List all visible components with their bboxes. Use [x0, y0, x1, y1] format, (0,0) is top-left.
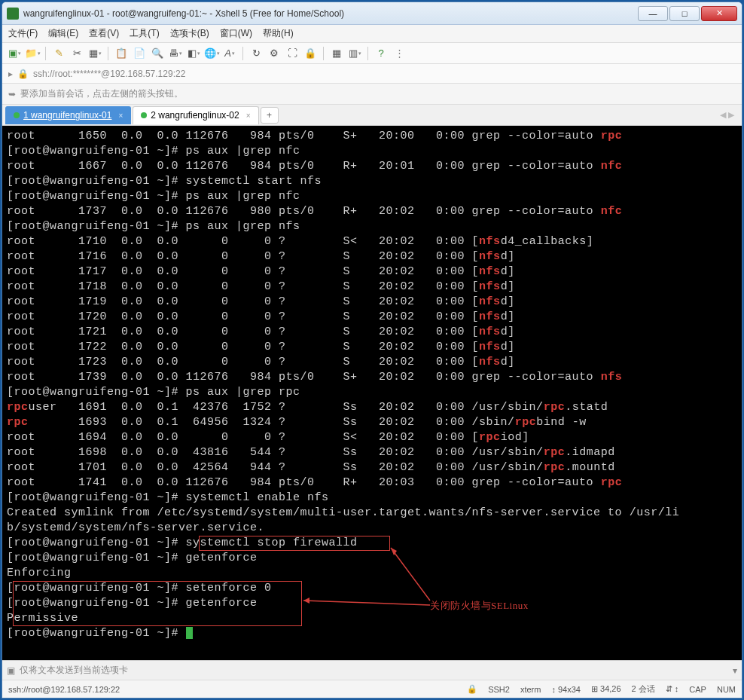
layout-button[interactable]: ▥ [347, 46, 362, 61]
refresh-button[interactable]: ↻ [249, 46, 264, 61]
log-button[interactable]: ◧ [186, 46, 201, 61]
close-button[interactable]: ✕ [701, 6, 737, 21]
font-button[interactable]: A [222, 46, 237, 61]
tab-nav-arrows[interactable]: ◀ ▶ [715, 110, 739, 120]
separator [323, 47, 324, 60]
titlebar: wangruifenglinux-01 - root@wangruifeng-0… [2, 2, 742, 25]
help-button[interactable]: ? [374, 46, 389, 61]
addressbar-toggle-icon[interactable]: ▸ [8, 69, 13, 79]
properties-button[interactable]: ▦ [87, 46, 102, 61]
terminal[interactable]: root 1650 0.0 0.0 112676 984 pts/0 S+ 20… [2, 126, 742, 660]
addressbar: ▸ 🔒 ssh://root:********@192.168.57.129:2… [2, 64, 742, 84]
menu-tabs[interactable]: 选项卡(B) [170, 27, 209, 40]
status-size: 94x34 [558, 685, 581, 694]
status-dot-icon [141, 112, 147, 118]
separator [45, 47, 46, 60]
menu-tools[interactable]: 工具(T) [130, 27, 159, 40]
disconnect-button[interactable]: ✂ [69, 46, 84, 61]
tab-1[interactable]: 1 wangruifenglinux-01 × [5, 106, 131, 124]
app-window: wangruifenglinux-01 - root@wangruifeng-0… [2, 2, 742, 698]
tab-close-icon[interactable]: × [246, 112, 251, 120]
copy-button[interactable]: 📋 [114, 46, 129, 61]
reconnect-button[interactable]: ✎ [51, 46, 66, 61]
hint-text: 要添加当前会话，点击左侧的箭头按钮。 [20, 87, 183, 100]
status-term: xterm [520, 685, 541, 694]
app-icon [7, 8, 19, 20]
lock-icon: 🔒 [17, 69, 29, 79]
menu-window[interactable]: 窗口(W) [220, 27, 252, 40]
find-button[interactable]: 🔍 [150, 46, 165, 61]
fullscreen-button[interactable]: ⛶ [285, 46, 300, 61]
tab-close-icon[interactable]: × [118, 112, 123, 120]
status-sessions: 2 会话 [632, 683, 655, 695]
menu-view[interactable]: 查看(V) [89, 27, 119, 40]
sendbar: ▣ 仅将文本发送到当前选项卡 ▾ [2, 660, 742, 680]
status-num: NUM [717, 685, 736, 694]
sendbar-dropdown-icon[interactable]: ▾ [733, 665, 737, 676]
menu-edit[interactable]: 编辑(E) [48, 27, 78, 40]
hint-icon[interactable]: ➥ [8, 89, 16, 99]
status-position: 34,26 [600, 684, 621, 693]
paste-button[interactable]: 📄 [132, 46, 147, 61]
script-button[interactable]: ⚙ [267, 46, 282, 61]
tab-add-button[interactable]: + [261, 107, 279, 124]
sendbar-text: 仅将文本发送到当前选项卡 [20, 664, 128, 677]
open-button[interactable]: 📁 [25, 46, 40, 61]
status-lock-icon: 🔒 [467, 684, 477, 694]
menu-file[interactable]: 文件(F) [8, 27, 38, 40]
window-controls: — □ ✕ [638, 6, 737, 21]
hintbar: ➥ 要添加当前会话，点击左侧的箭头按钮。 [2, 84, 742, 105]
address-url[interactable]: ssh://root:********@192.168.57.129:22 [33, 69, 185, 79]
tab-1-label: 1 wangruifenglinux-01 [23, 110, 111, 121]
minimize-button[interactable]: — [638, 6, 668, 21]
window-title: wangruifenglinux-01 - root@wangruifeng-0… [23, 8, 638, 19]
status-cap: CAP [689, 685, 706, 694]
lock-button[interactable]: 🔒 [303, 46, 318, 61]
separator [108, 47, 108, 60]
status-protocol: SSH2 [488, 685, 510, 694]
send-icon[interactable]: ▣ [7, 665, 15, 676]
statusbar: ssh://root@192.168.57.129:22 🔒 SSH2 xter… [2, 680, 742, 698]
menu-help[interactable]: 帮助(H) [263, 27, 294, 40]
separator [242, 47, 243, 60]
tabbar: 1 wangruifenglinux-01 × 2 wangrufienglin… [2, 105, 742, 126]
maximize-button[interactable]: □ [669, 6, 700, 21]
tile-button[interactable]: ▦ [329, 46, 344, 61]
new-session-button[interactable]: ▣ [7, 46, 22, 61]
toolbar: ▣ 📁 ✎ ✂ ▦ 📋 📄 🔍 🖶 ◧ 🌐 A ↻ ⚙ ⛶ 🔒 ▦ ▥ ? ⋮ [2, 43, 742, 64]
status-connection: ssh://root@192.168.57.129:22 [8, 685, 120, 694]
encoding-button[interactable]: 🌐 [204, 46, 219, 61]
menubar: 文件(F) 编辑(E) 查看(V) 工具(T) 选项卡(B) 窗口(W) 帮助(… [2, 25, 742, 43]
toolbar-overflow-button[interactable]: ⋮ [392, 46, 407, 61]
separator [367, 47, 368, 60]
tab-2-label: 2 wangrufienglinux-02 [151, 110, 239, 121]
status-dot-icon [14, 112, 20, 118]
tab-2[interactable]: 2 wangrufienglinux-02 × [133, 106, 258, 124]
print-button[interactable]: 🖶 [168, 46, 183, 61]
